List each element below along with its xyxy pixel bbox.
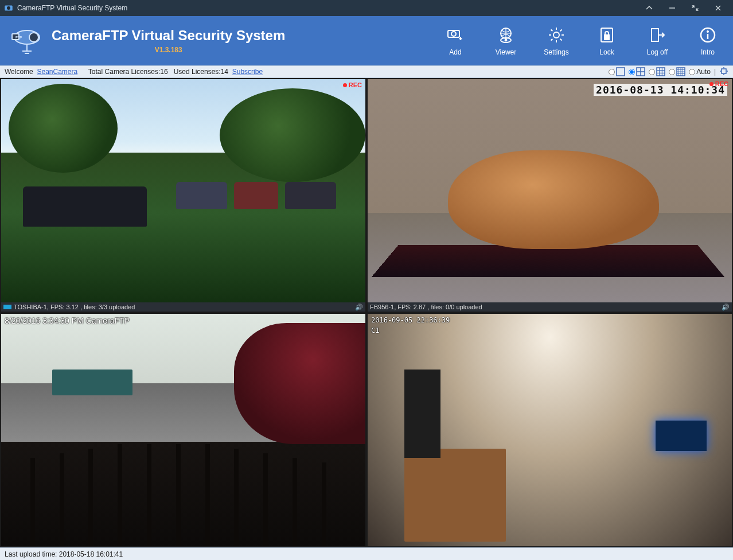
intro-button[interactable]: Intro	[689, 25, 726, 56]
settings-label: Settings	[544, 48, 568, 56]
camera-status-1: TOSHIBA-1, FPS: 3.12 , files: 3/3 upload…	[1, 302, 365, 312]
camera-feed-3: 8/20/2016 3:34:30 PM CameraFTP	[1, 314, 365, 546]
camera-pane-3[interactable]: 8/20/2016 3:34:30 PM CameraFTP	[1, 314, 365, 546]
signal-bar-icon	[3, 305, 11, 309]
layout-options: Auto |	[609, 67, 728, 77]
auto-label: Auto	[696, 68, 711, 76]
camera-status-text: TOSHIBA-1, FPS: 3.12 , files: 3/3 upload…	[14, 304, 135, 310]
rec-text: REC	[349, 81, 362, 88]
add-button[interactable]: Add	[437, 25, 474, 56]
intro-label: Intro	[701, 48, 715, 56]
subscribe-link[interactable]: Subscribe	[232, 68, 263, 76]
infobar: Welcome SeanCamera Total Camera Licenses…	[0, 65, 733, 78]
camera-timestamp-overlay: 8/20/2016 3:34:30 PM CameraFTP	[5, 316, 130, 325]
svg-rect-13	[605, 35, 609, 40]
last-upload-value: 2018-05-18 16:01:41	[59, 550, 123, 558]
lock-label: Lock	[599, 48, 614, 56]
toolbar: Add Viewer Settings Lock	[437, 25, 726, 56]
app-version: V1.3.183	[155, 46, 182, 54]
camera-pane-1[interactable]: REC TOSHIBA-1, FPS: 3.12 , files: 3/3 up…	[1, 79, 365, 312]
app-window: CameraFTP Virtual Security System FTP Ca…	[0, 0, 733, 560]
divider: |	[714, 68, 716, 76]
fullscreen-button[interactable]	[719, 67, 728, 77]
audio-icon[interactable]: 🔊	[722, 304, 730, 311]
camera-status-2: FB956-1, FPS: 2.87 , files: 0/0 uploaded…	[368, 302, 732, 312]
rec-text: REC	[715, 80, 728, 87]
audio-icon[interactable]: 🔊	[355, 304, 363, 311]
camera-status-text: FB956-1, FPS: 2.87 , files: 0/0 uploaded	[370, 304, 482, 310]
svg-rect-17	[617, 68, 625, 76]
svg-point-1	[7, 6, 10, 10]
layout-auto-radio[interactable]	[689, 69, 695, 75]
layout-3x3-radio[interactable]	[649, 69, 655, 75]
app-icon	[3, 3, 14, 13]
camera-id-overlay: C1	[371, 326, 379, 335]
username-link[interactable]: SeanCamera	[37, 68, 77, 76]
rec-badge: REC	[709, 80, 728, 87]
layout-3x3-option[interactable]	[649, 67, 665, 76]
globe-eye-icon	[496, 25, 516, 45]
total-licenses-value: 16	[160, 68, 167, 76]
grid-4-icon	[636, 67, 645, 76]
rec-badge: REC	[343, 81, 362, 88]
svg-point-3	[29, 33, 38, 42]
camera-feed-1: REC	[1, 79, 365, 302]
grid-16-icon	[676, 67, 685, 76]
camera-pane-2[interactable]: 2016-08-13 14:10:34 REC FB956-1, FPS: 2.…	[368, 79, 732, 312]
total-licenses-label: Total Camera Licenses:	[88, 68, 160, 76]
lock-button[interactable]: Lock	[588, 25, 625, 56]
used-licenses-value: 14	[221, 68, 228, 76]
svg-point-11	[553, 32, 559, 38]
close-button[interactable]	[707, 0, 730, 16]
titlebar: CameraFTP Virtual Security System	[0, 0, 733, 16]
grid-1-icon	[616, 67, 625, 76]
camera-pane-4[interactable]: 2016-09-05 22:36:39 C1	[368, 314, 732, 546]
svg-point-10	[505, 39, 507, 41]
minimize-button[interactable]	[661, 0, 684, 16]
settings-button[interactable]: Settings	[538, 25, 575, 56]
viewer-button[interactable]: Viewer	[488, 25, 524, 56]
camera-timestamp-overlay: 2016-08-13 14:10:34	[594, 84, 727, 96]
logoff-button[interactable]: Log off	[639, 25, 676, 56]
header: FTP CameraFTP Virtual Security System V1…	[0, 16, 733, 65]
logoff-label: Log off	[647, 48, 668, 56]
camera-grid-wrapper: REC TOSHIBA-1, FPS: 3.12 , files: 3/3 up…	[0, 78, 733, 547]
svg-point-16	[707, 30, 708, 32]
chevron-up-button[interactable]	[638, 0, 661, 16]
layout-1x1-option[interactable]	[609, 67, 625, 76]
maximize-button[interactable]	[684, 0, 707, 16]
svg-point-7	[451, 32, 456, 36]
camera-grid: REC TOSHIBA-1, FPS: 3.12 , files: 3/3 up…	[1, 79, 732, 546]
camera-feed-4: 2016-09-05 22:36:39 C1	[368, 314, 732, 546]
used-licenses-label: Used Licenses:	[174, 68, 221, 76]
layout-2x2-radio[interactable]	[629, 69, 635, 75]
camera-feed-2: 2016-08-13 14:10:34 REC	[368, 79, 732, 302]
logoff-icon	[648, 25, 667, 45]
svg-rect-14	[652, 29, 658, 41]
welcome-label: Welcome	[5, 68, 33, 76]
svg-text:FTP: FTP	[15, 36, 22, 39]
layout-1x1-radio[interactable]	[609, 69, 615, 75]
add-camera-icon	[446, 25, 465, 45]
svg-rect-19	[657, 68, 665, 76]
layout-4x4-option[interactable]	[669, 67, 685, 76]
gear-icon	[547, 25, 566, 45]
camera-timestamp-overlay: 2016-09-05 22:36:39	[371, 316, 450, 324]
last-upload-label: Last upload time:	[5, 550, 57, 558]
app-title: CameraFTP Virtual Security System	[52, 28, 285, 44]
viewer-label: Viewer	[496, 48, 516, 56]
layout-2x2-option[interactable]	[629, 67, 645, 76]
lock-icon	[597, 25, 617, 45]
statusbar: Last upload time: 2018-05-18 16:01:41	[0, 547, 733, 560]
add-label: Add	[449, 48, 461, 56]
layout-4x4-radio[interactable]	[669, 69, 675, 75]
layout-auto-option[interactable]: Auto	[689, 68, 711, 76]
app-title-block: CameraFTP Virtual Security System V1.3.1…	[52, 28, 285, 54]
info-icon	[698, 25, 718, 45]
app-logo: FTP	[6, 20, 48, 62]
window-title: CameraFTP Virtual Security System	[17, 4, 638, 12]
grid-9-icon	[656, 67, 665, 76]
svg-rect-21	[722, 69, 726, 73]
